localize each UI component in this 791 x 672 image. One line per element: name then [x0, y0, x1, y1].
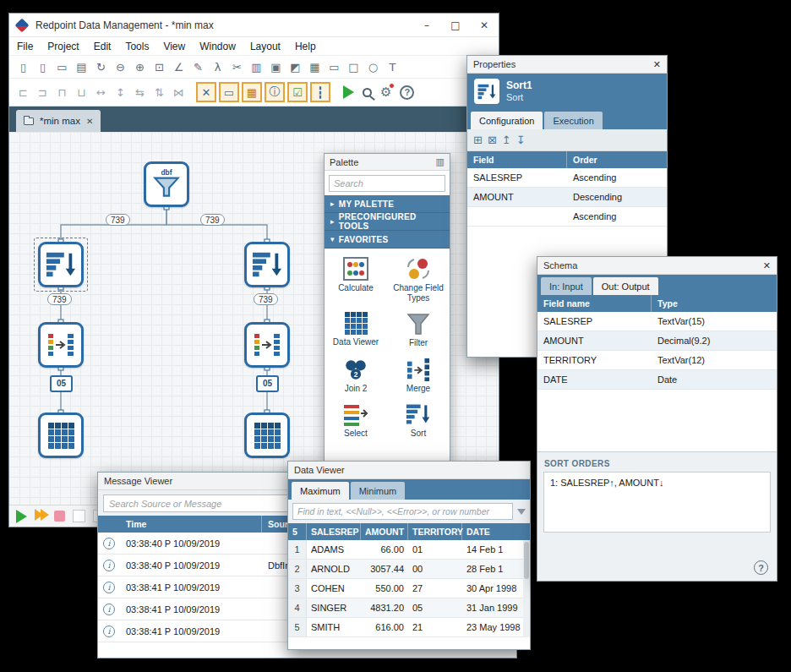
titlebar[interactable]: Redpoint Data Management - *min max – □ … — [9, 14, 499, 37]
refresh-icon[interactable]: ↻ — [92, 58, 110, 76]
sort-field-row[interactable]: SALESREP Ascending — [467, 168, 667, 188]
close-button[interactable]: ✕ — [470, 19, 499, 31]
merge-node-left[interactable] — [38, 322, 84, 368]
minimize-button[interactable]: – — [412, 19, 441, 31]
palette-tool-calculate[interactable]: Calculate — [325, 252, 387, 307]
copy-icon[interactable]: ▥ — [248, 58, 265, 76]
formula-icon[interactable]: λ — [209, 58, 226, 76]
palette-tool-change-field-types[interactable]: Change Field Types — [387, 252, 450, 307]
distribute-vertical-icon[interactable]: ↕ — [112, 84, 129, 101]
ellipse-tool-icon[interactable]: ○ — [364, 58, 382, 76]
dbf-input-node[interactable]: dbf — [144, 161, 189, 207]
data-row[interactable]: 2 ARNOLD 3057.44 00 28 Feb 1 — [288, 560, 530, 579]
menu-tools[interactable]: Tools — [125, 41, 149, 52]
search-tool-icon[interactable] — [363, 88, 372, 97]
transform-icon[interactable]: ◩ — [286, 58, 304, 76]
run-button[interactable] — [16, 510, 27, 523]
tab-minimum[interactable]: Minimum — [351, 482, 406, 500]
menu-help[interactable]: Help — [295, 41, 316, 52]
move-up-icon[interactable]: ↥ — [502, 134, 511, 146]
delete-field-icon[interactable]: ⊠ — [488, 134, 497, 146]
palette-tool-merge[interactable]: Merge — [387, 352, 450, 398]
save-icon[interactable]: ▤ — [73, 58, 90, 76]
square-tool-icon[interactable]: □ — [345, 58, 363, 76]
distribute-horizontal-icon[interactable]: ↔ — [92, 84, 110, 101]
palette-search-input[interactable] — [329, 175, 445, 192]
sort-field-row[interactable]: Ascending — [467, 207, 667, 227]
vertical-scrollbar[interactable] — [523, 540, 530, 637]
zoom-in-icon[interactable]: ⊕ — [131, 58, 149, 76]
tab-configuration[interactable]: Configuration — [471, 112, 543, 129]
menu-layout[interactable]: Layout — [250, 41, 281, 52]
snap-icon[interactable]: ⋈ — [170, 84, 188, 101]
rectangle-tool-icon[interactable]: ▭ — [325, 58, 343, 76]
settings-gear-icon[interactable]: ⚙ — [380, 85, 391, 100]
properties-titlebar[interactable]: Properties ✕ — [467, 56, 667, 74]
align-right-icon[interactable]: ⊐ — [34, 84, 52, 101]
schema-field-row[interactable]: TERRITORY TextVar(12) — [537, 351, 777, 370]
menu-edit[interactable]: Edit — [94, 41, 112, 52]
palette-tool-select[interactable]: Select — [325, 397, 387, 443]
data-row[interactable]: 1 ADAMS 66.00 01 14 Feb 1 — [288, 540, 530, 560]
data-row[interactable]: 4 SINGER 4831.20 05 31 Jan 1999 — [288, 598, 530, 618]
tab-execution[interactable]: Execution — [544, 112, 602, 129]
align-bottom-icon[interactable]: ⊔ — [73, 84, 90, 101]
new-project-icon[interactable]: ▯ — [34, 58, 52, 76]
menu-window[interactable]: Window — [199, 41, 236, 52]
palette-section-my-palette[interactable]: ▸ MY PALETTE — [325, 195, 450, 213]
add-field-icon[interactable]: ⊞ — [473, 134, 483, 146]
same-height-icon[interactable]: ⇅ — [150, 84, 168, 101]
sort-field-row[interactable]: AMOUNT Descending — [467, 188, 667, 207]
palette-tool-join-2[interactable]: 2 Join 2 — [325, 352, 387, 398]
container-tool-icon[interactable]: ▭ — [219, 82, 239, 102]
same-width-icon[interactable]: ⇆ — [131, 84, 149, 101]
tab-close-icon[interactable]: ✕ — [86, 117, 93, 126]
data-viewer-titlebar[interactable]: Data Viewer — [288, 462, 530, 479]
palette-tool-data-viewer[interactable]: Data Viewer — [325, 307, 387, 352]
data-viewer-node-right[interactable] — [244, 412, 290, 458]
sort-node-left[interactable] — [38, 242, 84, 287]
new-file-icon[interactable]: ▯ — [14, 58, 32, 76]
tab-output[interactable]: Out: Output — [593, 277, 658, 295]
chart-icon[interactable]: ▦ — [306, 58, 324, 76]
data-grid-tool-icon[interactable]: ▦ — [242, 82, 262, 102]
help-button[interactable]: ? — [400, 85, 414, 100]
menu-project[interactable]: Project — [47, 41, 79, 52]
align-left-icon[interactable]: ⊏ — [14, 84, 32, 101]
info-tool-icon[interactable]: ⓘ — [265, 82, 285, 102]
open-folder-icon[interactable]: ▭ — [53, 58, 71, 76]
merge-node-right[interactable] — [244, 322, 290, 368]
properties-close-icon[interactable]: ✕ — [653, 59, 661, 70]
filter-icon[interactable] — [517, 509, 526, 515]
palette-tool-sort[interactable]: Sort — [387, 397, 450, 443]
find-input[interactable] — [292, 503, 513, 520]
checkbox-tool-icon[interactable]: ☑ — [287, 82, 308, 102]
palette-tool-filter[interactable]: Filter — [387, 307, 450, 352]
tab-maximum[interactable]: Maximum — [292, 482, 349, 500]
junction-tool-icon[interactable]: ✕ — [196, 82, 216, 102]
line-tool-icon[interactable]: ∠ — [170, 58, 188, 76]
columns-tool-icon[interactable]: ┇ — [310, 82, 330, 102]
menu-view[interactable]: View — [163, 41, 185, 52]
cut-icon[interactable]: ✂ — [228, 58, 246, 76]
palette-dock-icon[interactable]: ▥ — [436, 156, 445, 167]
document-tab[interactable]: *min max ✕ — [16, 110, 101, 132]
flow-canvas[interactable]: dbf — [9, 132, 499, 505]
zoom-out-icon[interactable]: ⊖ — [112, 58, 129, 76]
align-top-icon[interactable]: ⊓ — [53, 84, 71, 101]
maximize-button[interactable]: □ — [441, 19, 470, 31]
sort-node-right[interactable] — [244, 242, 290, 287]
schema-field-row[interactable]: SALESREP TextVar(15) — [537, 312, 777, 331]
runbar-extra-button[interactable] — [73, 510, 85, 522]
schema-field-row[interactable]: DATE Date — [537, 370, 777, 390]
data-row[interactable]: 3 COHEN 550.00 27 30 Apr 1998 — [288, 579, 530, 598]
data-viewer-node-left[interactable] — [38, 412, 84, 458]
palette-titlebar[interactable]: Palette ▥ — [325, 154, 450, 171]
run-project-button[interactable] — [343, 85, 354, 99]
paste-icon[interactable]: ▣ — [267, 58, 285, 76]
zoom-fit-icon[interactable]: ⊡ — [150, 58, 168, 76]
text-tool-icon[interactable]: T — [384, 58, 401, 76]
stop-button[interactable] — [54, 511, 65, 522]
run-to-breakpoint-button[interactable] — [35, 509, 46, 524]
palette-section-favorites[interactable]: ▾ FAVORITES — [325, 231, 450, 249]
